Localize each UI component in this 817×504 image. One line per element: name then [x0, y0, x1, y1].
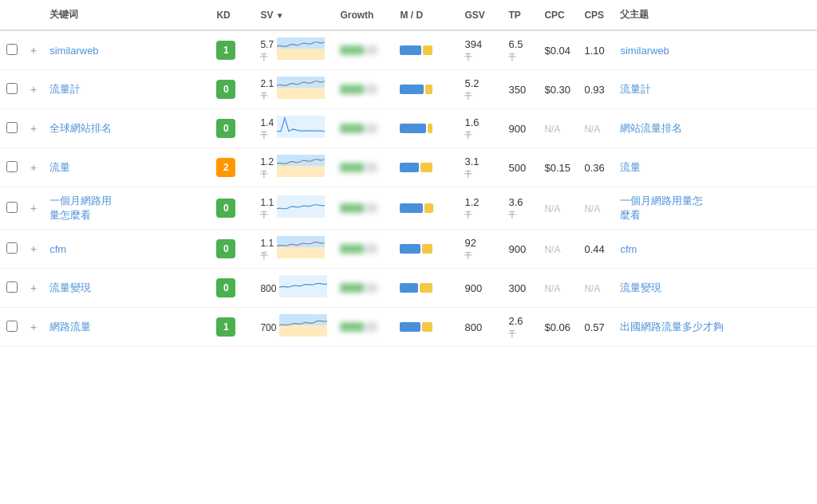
sv-sparkline: [277, 116, 325, 141]
growth-cell: [334, 187, 393, 230]
table-row: +流量計02.1千5.2千350$0.300.93流量計: [0, 70, 817, 109]
add-keyword-button[interactable]: +: [30, 122, 37, 135]
col-cps-header[interactable]: CPS: [578, 0, 614, 30]
growth-cell: [334, 109, 393, 148]
svg-rect-11: [279, 325, 327, 337]
growth-cell: [334, 148, 393, 187]
col-add: [24, 0, 43, 30]
sort-arrow-sv: ▼: [276, 11, 284, 20]
gsv-value: 5.2千: [458, 70, 502, 109]
row-checkbox[interactable]: [6, 202, 18, 213]
parent-keyword-link[interactable]: cfm: [620, 243, 637, 255]
sv-sparkline: [279, 275, 327, 301]
sv-sparkline: [277, 155, 325, 180]
tp-value: 2.6千: [502, 308, 538, 347]
growth-cell: [334, 230, 393, 269]
row-checkbox[interactable]: [6, 83, 18, 94]
md-cell: [393, 70, 458, 109]
kd-badge: 1: [216, 317, 235, 337]
cpc-value: $0.30: [538, 70, 578, 109]
sv-value: 1.4千: [260, 116, 274, 141]
cps-value: 1.10: [578, 30, 614, 70]
row-checkbox[interactable]: [6, 321, 18, 332]
cpc-value: $0.04: [538, 30, 578, 70]
col-keyword-header: 关键词: [43, 0, 210, 30]
kd-badge: 0: [216, 239, 235, 258]
row-checkbox[interactable]: [6, 242, 18, 254]
md-cell: [393, 230, 458, 269]
table-row: +cfm01.1千92千900N/A0.44cfm: [0, 230, 817, 269]
add-keyword-button[interactable]: +: [30, 44, 37, 57]
svg-rect-5: [277, 166, 325, 177]
parent-keyword-link[interactable]: 網站流量排名: [620, 122, 682, 134]
parent-keyword-link[interactable]: 流量: [620, 161, 641, 173]
col-cpc-header[interactable]: CPC: [538, 0, 578, 30]
md-cell: [393, 187, 458, 230]
table-header: 关键词 KD SV ▼ Growth M / D GSV TP CPC CPS …: [0, 0, 817, 30]
keyword-link[interactable]: 全球網站排名: [49, 122, 112, 134]
sv-value: 1.1千: [260, 237, 274, 262]
sv-sparkline: [277, 77, 325, 102]
keyword-link[interactable]: cfm: [49, 243, 66, 255]
parent-keyword-link[interactable]: 流量計: [620, 83, 651, 95]
sv-value: 2.1千: [260, 77, 274, 102]
gsv-value: 394千: [458, 30, 502, 70]
growth-cell: [334, 70, 393, 109]
table-row: +全球網站排名01.4千1.6千900N/AN/A網站流量排名: [0, 109, 817, 148]
tp-value: 300: [502, 269, 538, 308]
keyword-link[interactable]: 網路流量: [49, 321, 91, 333]
md-cell: [393, 308, 458, 347]
table-row: +流量變現0800900300N/AN/A流量變現: [0, 269, 817, 308]
kd-badge: 0: [216, 80, 235, 99]
col-gsv-header[interactable]: GSV: [458, 0, 502, 30]
tp-value: 900: [502, 109, 538, 148]
tp-value: 900: [502, 230, 538, 269]
parent-keyword-link[interactable]: similarweb: [620, 45, 669, 57]
gsv-value: 800: [458, 308, 502, 347]
keyword-link[interactable]: 流量變現: [49, 282, 91, 293]
row-checkbox[interactable]: [6, 282, 18, 293]
keyword-link[interactable]: 一個月網路用量怎麼看: [49, 195, 112, 221]
col-growth-header[interactable]: Growth: [334, 0, 393, 30]
table-row: +similarweb15.7千394千6.5千$0.041.10similar…: [0, 30, 817, 70]
parent-keyword-link[interactable]: 流量變現: [620, 282, 661, 293]
add-keyword-button[interactable]: +: [30, 282, 37, 294]
row-checkbox[interactable]: [6, 44, 18, 55]
tp-value: 350: [502, 70, 538, 109]
sv-value: 1.1千: [260, 196, 274, 221]
svg-rect-6: [277, 155, 325, 166]
add-keyword-button[interactable]: +: [30, 202, 37, 215]
table-row: +網路流量17008002.6千$0.060.57出國網路流量多少才夠: [0, 308, 817, 347]
col-sv-header[interactable]: SV ▼: [254, 0, 334, 30]
tp-value: 3.6千: [502, 187, 538, 230]
parent-keyword-link[interactable]: 一個月網路用量怎麼看: [620, 195, 703, 221]
add-keyword-button[interactable]: +: [30, 242, 37, 255]
gsv-value: 1.6千: [458, 109, 502, 148]
cps-value: N/A: [578, 269, 614, 308]
keyword-link[interactable]: 流量計: [49, 83, 81, 95]
sv-value: 5.7千: [260, 38, 274, 63]
add-keyword-button[interactable]: +: [30, 321, 37, 333]
svg-rect-8: [277, 247, 325, 258]
sv-sparkline: [277, 195, 325, 221]
keyword-link[interactable]: 流量: [49, 161, 70, 173]
svg-rect-10: [279, 275, 327, 297]
col-md-header[interactable]: M / D: [393, 0, 458, 30]
row-checkbox[interactable]: [6, 122, 18, 133]
cps-value: N/A: [578, 187, 614, 230]
col-kd-header[interactable]: KD: [210, 0, 254, 30]
svg-rect-2: [277, 88, 325, 99]
sv-value: 800: [260, 282, 276, 294]
col-tp-header[interactable]: TP: [502, 0, 538, 30]
parent-keyword-link[interactable]: 出國網路流量多少才夠: [620, 321, 724, 333]
cpc-value: $0.15: [538, 148, 578, 187]
kd-badge: 2: [216, 158, 235, 177]
add-keyword-button[interactable]: +: [30, 161, 37, 174]
cpc-value: N/A: [538, 109, 578, 148]
row-checkbox[interactable]: [6, 161, 18, 172]
keyword-link[interactable]: similarweb: [49, 45, 98, 57]
sv-value: 1.2千: [260, 156, 274, 180]
cpc-value: $0.06: [538, 308, 578, 347]
add-keyword-button[interactable]: +: [30, 83, 37, 96]
tp-value: 6.5千: [502, 30, 538, 70]
